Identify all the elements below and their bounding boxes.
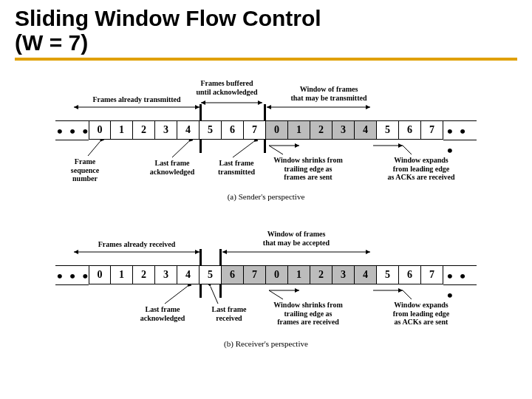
receiver-hline-r [443,265,477,266]
frame-cell: 3 [155,120,177,140]
frame-cell: 2 [133,120,155,140]
sender-cell-row: 0123456701234567 [89,120,443,140]
label-frames-transmitted: Frames already transmitted [85,95,188,104]
frame-cell: 0 [89,265,111,284]
svg-line-3 [88,142,100,156]
label-shrink-rx: Window shrinks from trailing edge as fra… [264,301,352,327]
dots-left-b: • • • [57,267,89,286]
frame-cell: 3 [332,265,355,284]
frame-cell: 0 [266,120,288,140]
frame-cell: 5 [200,265,222,284]
frame-cell: 7 [421,265,443,284]
frame-cell: 5 [377,120,399,140]
frame-cell: 3 [332,120,355,140]
frame-cell: 4 [177,265,200,284]
svg-line-13 [211,287,218,304]
svg-line-17 [403,290,412,299]
frame-cell: 5 [200,120,222,140]
slide-title: Sliding Window Flow Control (W = 7) [0,0,532,55]
svg-line-15 [269,290,283,299]
frame-cell: 2 [310,265,332,284]
frame-cell: 6 [399,120,421,140]
dots-left-a: • • • [57,122,89,141]
frame-cell: 4 [355,120,377,140]
title-line1: Sliding Window Flow Control [15,6,321,30]
label-seq-num: Frame sequence number [63,157,107,183]
sender-hline-r [443,120,477,121]
frame-cell: 1 [288,265,310,284]
sender-hline-l [55,120,89,121]
svg-line-5 [233,142,253,157]
frame-cell: 7 [421,120,443,140]
frame-cell: 7 [244,265,266,284]
label-shrink-tx: Window shrinks from trailing edge as fra… [264,156,352,182]
frame-cell: 4 [177,120,200,140]
frame-cell: 1 [111,265,133,284]
label-window-rx: Window of frames that may be accepted [245,230,348,247]
frame-cell: 0 [266,265,288,284]
title-line2: (W = 7) [15,30,88,55]
svg-line-9 [403,146,412,154]
label-last-rx: Last frame received [200,305,259,322]
dots-right-b: • • • [447,267,477,305]
frame-cell: 6 [222,265,244,284]
svg-line-7 [269,146,283,154]
frame-cell: 3 [155,265,177,284]
frame-cell: 0 [89,120,111,140]
frame-cell: 2 [133,265,155,284]
receiver-hline-l [55,265,89,266]
label-expand-tx: Window expands from leading edge as ACKs… [373,156,469,182]
frame-cell: 7 [244,120,266,140]
frame-cell: 4 [355,265,377,284]
label-window-tx: Window of frames that may be transmitted [277,85,381,102]
label-frames-buffered: Frames buffered until acknowledged [190,79,264,96]
label-frames-received: Frames already received [85,240,188,249]
frame-cell: 2 [310,120,332,140]
receiver-cell-row: 0123456701234567 [89,265,443,284]
label-expand-rx: Window expands from leading edge as ACKs… [373,301,469,327]
label-last-tx: Last frame transmitted [207,159,266,176]
frame-cell: 1 [111,120,133,140]
frame-cell: 5 [377,265,399,284]
svg-line-12 [165,287,187,304]
dots-right-a: • • • [447,122,477,160]
svg-line-4 [172,142,188,157]
label-last-ack-rx: Last frame acknowledged [129,305,196,322]
frame-cell: 6 [222,120,244,140]
divider-bar [15,58,517,61]
label-last-ack-tx: Last frame acknowledged [143,159,202,176]
frame-cell: 6 [399,265,421,284]
frame-cell: 1 [288,120,310,140]
caption-a: (a) Sender's perspective [203,192,329,201]
caption-b: (b) Receiver's perspective [203,339,329,348]
